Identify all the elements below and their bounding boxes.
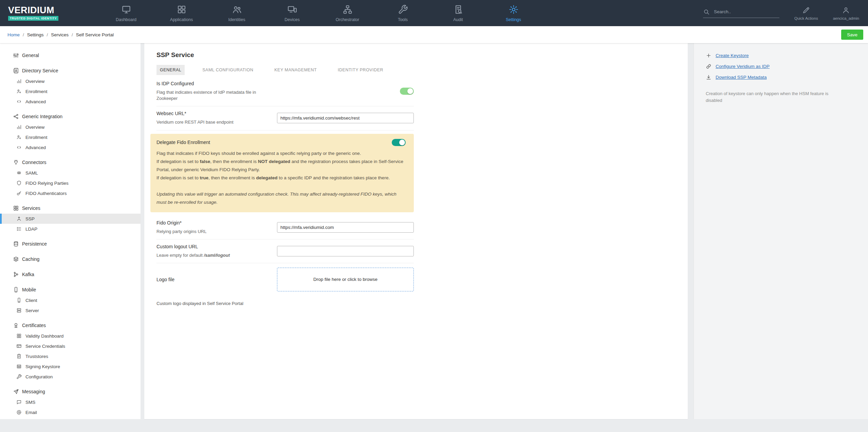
service-credentials-icon bbox=[16, 343, 22, 349]
sidebar-item-configuration[interactable]: Configuration bbox=[0, 372, 141, 382]
sidebar-section-children: Client Server bbox=[0, 295, 141, 316]
sidebar-item-general[interactable]: General bbox=[0, 50, 141, 61]
sidebar-item-ssp[interactable]: SSP bbox=[0, 214, 141, 224]
sidebar-section-certificates: Certificates Validity Dashboard Service … bbox=[0, 320, 141, 382]
configure-veridium-as-idp-link[interactable]: Configure Veridium as IDP bbox=[706, 64, 858, 69]
tab-general[interactable]: GENERAL bbox=[156, 65, 185, 75]
sidebar-item-fido-relying-parties[interactable]: FIDO Relying Parties bbox=[0, 178, 141, 188]
enrollment-icon bbox=[16, 89, 22, 94]
quick-actions-label: Quick Actions bbox=[794, 16, 818, 20]
is-idp-configured-row: Is IDP Configured Flag that indicates ex… bbox=[156, 76, 414, 106]
sidebar-item-messaging[interactable]: Messaging bbox=[0, 386, 141, 397]
create-keystore-link[interactable]: Create Keystore bbox=[706, 53, 858, 58]
nav-item-settings[interactable]: Settings bbox=[486, 0, 541, 26]
is-idp-configured-description: Flag that indicates existence of IdP met… bbox=[156, 89, 269, 102]
ldap-icon bbox=[16, 226, 22, 232]
delegate-fido-toggle[interactable] bbox=[392, 139, 406, 146]
quick-actions-button[interactable]: Quick Actions bbox=[794, 6, 818, 20]
panel-actions: Create Keystore Configure Veridium as ID… bbox=[706, 53, 858, 80]
sidebar-section-directory-service: Directory Service Overview Enrollment Ad… bbox=[0, 65, 141, 107]
tab-identity-provider[interactable]: IDENTITY PROVIDER bbox=[334, 65, 387, 75]
sidebar-item-persistence[interactable]: Persistence bbox=[0, 238, 141, 249]
sidebar-section-caching: Caching bbox=[0, 254, 141, 265]
nav-item-orchestrator[interactable]: Orchestrator bbox=[320, 0, 375, 26]
sidebar-item-enrollment[interactable]: Enrollment bbox=[0, 132, 141, 142]
sidebar-item-fido-authenticators[interactable]: FIDO Authenticators bbox=[0, 188, 141, 198]
sidebar-item-label: Truststores bbox=[25, 354, 48, 359]
action-link-label: Configure Veridium as IDP bbox=[716, 64, 770, 69]
mobile-icon bbox=[13, 287, 19, 293]
sidebar-item-services[interactable]: Services bbox=[0, 203, 141, 214]
sidebar-item-sms[interactable]: SMS bbox=[0, 397, 141, 407]
sidebar-item-kafka[interactable]: Kafka bbox=[0, 269, 141, 280]
sidebar-item-advanced[interactable]: Advanced bbox=[0, 142, 141, 152]
sidebar-item-signing-keystore[interactable]: Signing Keystore bbox=[0, 361, 141, 372]
sidebar-item-truststores[interactable]: Truststores bbox=[0, 351, 141, 361]
nav-item-label: Tools bbox=[398, 17, 408, 22]
logo-dropzone[interactable]: Drop file here or click to browse bbox=[277, 268, 414, 291]
sidebar-item-saml[interactable]: SAML bbox=[0, 168, 141, 178]
sidebar-item-directory-service[interactable]: Directory Service bbox=[0, 65, 141, 76]
nav-item-applications[interactable]: Applications bbox=[154, 0, 209, 26]
search-input[interactable] bbox=[713, 9, 779, 15]
brand-tagline: TRUSTED DIGITAL IDENTITY bbox=[8, 16, 58, 21]
user-menu[interactable]: aencica_admin bbox=[833, 6, 859, 20]
sidebar-item-label: FIDO Authenticators bbox=[25, 191, 67, 196]
save-button[interactable]: Save bbox=[841, 30, 863, 40]
is-idp-configured-label: Is IDP Configured bbox=[156, 81, 269, 86]
sidebar-item-email[interactable]: Email bbox=[0, 407, 141, 417]
nav-item-audit[interactable]: Audit bbox=[430, 0, 486, 26]
sidebar-item-ldap[interactable]: LDAP bbox=[0, 224, 141, 234]
sidebar-item-service-credentials[interactable]: Service Credentials bbox=[0, 341, 141, 351]
tab-key-management[interactable]: KEY MANAGEMENT bbox=[271, 65, 320, 75]
client-icon bbox=[16, 298, 22, 303]
fido-origin-input[interactable] bbox=[277, 222, 414, 233]
sidebar-item-enrollment[interactable]: Enrollment bbox=[0, 86, 141, 96]
nav-item-identities[interactable]: Identities bbox=[209, 0, 264, 26]
signing-keystore-icon bbox=[16, 364, 22, 369]
search-icon bbox=[703, 8, 710, 15]
nav-item-label: Audit bbox=[453, 17, 463, 22]
is-idp-configured-toggle[interactable] bbox=[400, 88, 414, 95]
sidebar-item-overview[interactable]: Overview bbox=[0, 122, 141, 132]
fido-origin-description: Relying party origins URL bbox=[156, 229, 269, 235]
sidebar-item-overview[interactable]: Overview bbox=[0, 76, 141, 86]
nav-item-tools[interactable]: Tools bbox=[375, 0, 430, 26]
integration-icon bbox=[13, 113, 19, 120]
advanced-icon bbox=[16, 145, 22, 150]
download-ssp-metadata-link[interactable]: Download SSP Metadata bbox=[706, 74, 858, 80]
sidebar-section-children: SAML FIDO Relying Parties FIDO Authentic… bbox=[0, 168, 141, 198]
server-icon bbox=[16, 308, 22, 313]
configuration-icon bbox=[16, 374, 22, 379]
sidebar-item-server[interactable]: Server bbox=[0, 305, 141, 316]
sidebar-item-validity-dashboard[interactable]: Validity Dashboard bbox=[0, 331, 141, 341]
sidebar-section-label: Services bbox=[22, 205, 40, 211]
breadcrumb-item-services[interactable]: Services bbox=[51, 32, 69, 37]
toggle-knob bbox=[399, 140, 405, 145]
shield-icon bbox=[16, 180, 22, 186]
sidebar-item-client[interactable]: Client bbox=[0, 295, 141, 305]
caching-icon bbox=[13, 256, 19, 262]
wand-icon bbox=[802, 6, 810, 14]
custom-logout-description: Leave empty for default /saml/logout bbox=[156, 252, 269, 258]
page-title: SSP Service bbox=[156, 51, 688, 59]
websec-url-input[interactable] bbox=[277, 113, 414, 123]
nav-item-dashboard[interactable]: Dashboard bbox=[98, 0, 154, 26]
fido-origin-label: Fido Origin* bbox=[156, 220, 269, 226]
custom-logout-input[interactable] bbox=[277, 246, 414, 256]
nav-item-devices[interactable]: Devices bbox=[264, 0, 320, 26]
orchestrator-icon bbox=[343, 4, 353, 15]
identities-icon bbox=[232, 4, 242, 15]
sidebar-item-advanced[interactable]: Advanced bbox=[0, 96, 141, 107]
general-icon bbox=[13, 52, 19, 58]
sidebar-item-caching[interactable]: Caching bbox=[0, 254, 141, 265]
sidebar-item-connectors[interactable]: Connectors bbox=[0, 157, 141, 168]
sidebar-item-generic-integration[interactable]: Generic Integration bbox=[0, 111, 141, 122]
sidebar-item-certificates[interactable]: Certificates bbox=[0, 320, 141, 331]
breadcrumb-item-home[interactable]: Home bbox=[7, 32, 20, 37]
brand-logo[interactable]: VERIDIUM TRUSTED DIGITAL IDENTITY bbox=[0, 0, 98, 26]
global-search bbox=[703, 8, 779, 18]
tab-saml-configuration[interactable]: SAML CONFIGURATION bbox=[199, 65, 257, 75]
sidebar-item-mobile[interactable]: Mobile bbox=[0, 284, 141, 295]
breadcrumb-item-settings[interactable]: Settings bbox=[27, 32, 44, 37]
